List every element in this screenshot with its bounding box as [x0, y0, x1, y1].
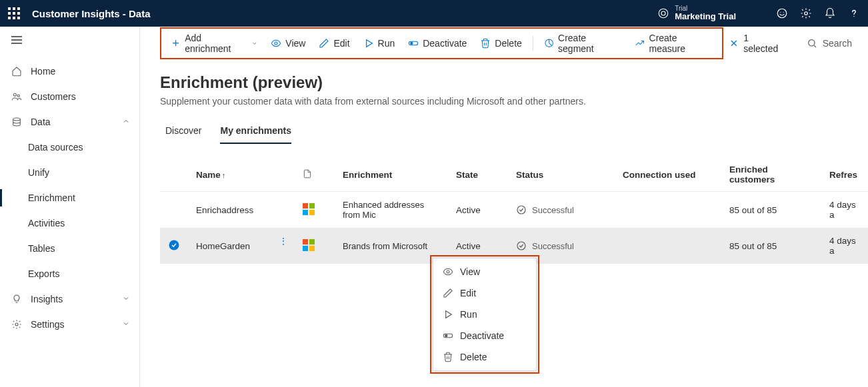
cell-status: Successful: [508, 192, 615, 228]
sidebar-item-settings[interactable]: Settings: [0, 312, 139, 337]
measure-icon: [635, 38, 645, 49]
create-segment-button[interactable]: Create segment: [539, 30, 627, 57]
cell-enriched: 85 out of 85: [721, 192, 821, 228]
toggle-icon: [408, 38, 419, 49]
context-view[interactable]: View: [433, 261, 536, 282]
button-label: View: [285, 38, 305, 49]
sidebar-item-home[interactable]: Home: [0, 59, 139, 84]
context-deactivate[interactable]: Deactivate: [433, 325, 536, 346]
eye-icon: [271, 38, 281, 49]
selected-count-label: 1 selected: [743, 33, 785, 54]
menu-label: Edit: [460, 288, 476, 298]
close-icon: [729, 38, 739, 49]
app-launcher-icon[interactable]: [8, 7, 20, 19]
view-button[interactable]: View: [265, 35, 311, 51]
table-row[interactable]: Enrichaddress Enhanced addresses from Mi…: [160, 192, 868, 228]
column-enrichment[interactable]: Enrichment: [335, 158, 448, 192]
sidebar-item-unify[interactable]: Unify: [0, 160, 139, 185]
cell-connection: [615, 192, 721, 228]
svg-rect-38: [309, 239, 315, 244]
sidebar-item-enrichment[interactable]: Enrichment: [0, 185, 139, 210]
context-edit[interactable]: Edit: [433, 282, 536, 304]
pencil-icon: [319, 38, 329, 49]
column-status[interactable]: Status: [508, 158, 615, 192]
sidebar-item-exports[interactable]: Exports: [0, 261, 139, 286]
edit-button[interactable]: Edit: [313, 35, 355, 51]
menu-label: Run: [460, 309, 477, 320]
tab-discover[interactable]: Discover: [165, 121, 201, 144]
svg-rect-5: [17, 12, 20, 15]
column-connection[interactable]: Connection used: [615, 158, 721, 192]
document-icon: [303, 169, 312, 179]
trash-icon: [480, 38, 491, 49]
column-name[interactable]: Name↑: [188, 158, 295, 192]
column-checkbox[interactable]: [160, 158, 188, 192]
svg-rect-34: [309, 209, 315, 214]
delete-button[interactable]: Delete: [475, 35, 527, 51]
toggle-icon: [443, 330, 453, 341]
page-subtitle: Supplement your customer data with data …: [160, 96, 848, 107]
search-box[interactable]: Search: [801, 35, 857, 51]
tab-my-enrichments[interactable]: My enrichments: [220, 121, 291, 144]
button-label: Create segment: [558, 33, 621, 54]
svg-point-16: [13, 93, 16, 96]
cell-enrichment: Brands from Microsoft: [335, 228, 448, 264]
sidebar-item-customers[interactable]: Customers: [0, 84, 139, 109]
cell-connection: [615, 228, 721, 264]
row-context-menu: View Edit Run Deactivate Delete: [433, 258, 537, 371]
notifications-icon[interactable]: [824, 7, 836, 19]
customers-icon: [11, 91, 23, 102]
column-state[interactable]: State: [448, 158, 508, 192]
svg-rect-33: [303, 209, 308, 214]
sidebar-item-activities[interactable]: Activities: [0, 210, 139, 236]
svg-rect-31: [303, 203, 308, 208]
column-enriched[interactable]: Enriched customers: [721, 158, 821, 192]
svg-point-36: [169, 240, 179, 250]
row-checkbox[interactable]: [160, 228, 188, 264]
row-checkbox[interactable]: [160, 192, 188, 228]
sidebar-item-insights[interactable]: Insights: [0, 286, 139, 312]
chevron-down-icon: [122, 294, 130, 304]
page-title: Enrichment (preview): [160, 73, 848, 92]
create-measure-button[interactable]: Create measure: [629, 30, 718, 57]
hamburger-button[interactable]: [0, 27, 139, 53]
run-button[interactable]: Run: [358, 35, 401, 51]
sidebar-item-data[interactable]: Data: [0, 109, 139, 135]
sidebar-item-label: Settings: [31, 319, 65, 330]
column-provider-icon[interactable]: [295, 158, 335, 192]
selected-count[interactable]: 1 selected: [723, 30, 790, 57]
svg-point-9: [659, 9, 669, 18]
sort-ascending-icon: ↑: [222, 171, 226, 179]
context-delete[interactable]: Delete: [433, 346, 536, 368]
svg-rect-2: [17, 7, 20, 10]
search-icon: [807, 38, 817, 49]
data-icon: [11, 117, 23, 127]
deactivate-button[interactable]: Deactivate: [403, 35, 472, 51]
add-enrichment-button[interactable]: Add enrichment: [165, 30, 263, 57]
svg-line-30: [814, 45, 816, 47]
svg-point-41: [517, 242, 525, 250]
sidebar-item-tables[interactable]: Tables: [0, 236, 139, 261]
plus-icon: [171, 38, 181, 49]
svg-marker-23: [366, 40, 372, 47]
tabs: Discover My enrichments: [140, 109, 868, 145]
column-refreshed[interactable]: Refres: [821, 158, 868, 192]
sidebar: Home Customers Data Data sources Unify E…: [0, 27, 140, 387]
menu-label: Delete: [460, 352, 487, 362]
svg-rect-7: [13, 17, 15, 19]
trial-icon: [657, 7, 669, 19]
microsoft-logo-icon: [303, 203, 315, 215]
row-more-button[interactable]: ⋮: [275, 234, 292, 248]
svg-point-35: [517, 206, 525, 214]
svg-rect-4: [13, 12, 15, 15]
enrichments-table: Name↑ Enrichment State Status Connection…: [160, 158, 868, 264]
help-icon[interactable]: [848, 7, 860, 19]
trial-block[interactable]: Trial Marketing Trial: [657, 5, 736, 21]
sidebar-item-label: Tables: [28, 243, 55, 254]
sidebar-item-data-sources[interactable]: Data sources: [0, 135, 139, 160]
context-run[interactable]: Run: [433, 304, 536, 325]
cell-provider: [295, 192, 335, 228]
feedback-icon[interactable]: [776, 7, 788, 19]
svg-point-12: [805, 12, 808, 15]
settings-icon[interactable]: [800, 7, 812, 19]
